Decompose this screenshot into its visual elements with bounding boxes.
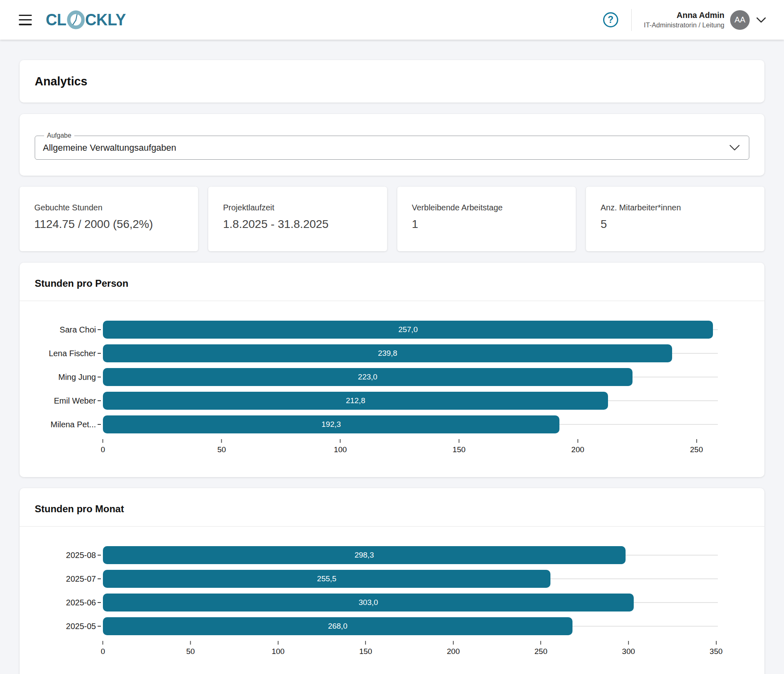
axis-tick-mark bbox=[453, 641, 454, 645]
bar-value-label: 255,5 bbox=[317, 574, 336, 583]
value-bar[interactable]: 303,0 bbox=[103, 594, 634, 612]
chart-title: Stunden pro Monat bbox=[20, 488, 764, 526]
hours-per-month-card: Stunden pro Monat 2025-08298,32025-07255… bbox=[20, 488, 764, 674]
axis-tick-mark bbox=[541, 641, 541, 645]
axis-tick: 50 bbox=[217, 439, 226, 454]
stat-label: Anz. Mitarbeiter*innen bbox=[601, 203, 750, 212]
axis-tick: 200 bbox=[447, 641, 460, 656]
header-divider bbox=[631, 9, 632, 31]
task-select-value: Allgemeine Verwaltungsaufgaben bbox=[43, 143, 729, 153]
filter-card: Aufgabe Allgemeine Verwaltungsaufgaben bbox=[20, 114, 764, 176]
chart-title: Stunden pro Person bbox=[20, 263, 764, 301]
axis-tick-label: 200 bbox=[447, 647, 460, 656]
axis-tick: 0 bbox=[101, 439, 105, 454]
axis-tick-label: 250 bbox=[535, 647, 548, 656]
bar-track: 223,0 bbox=[103, 368, 718, 386]
axis-tick-label: 250 bbox=[690, 445, 703, 454]
category-tick-mark bbox=[98, 602, 101, 603]
chart-row: Lena Fischer239,8 bbox=[20, 344, 718, 362]
stat-value: 1124.75 / 2000 (56,2%) bbox=[34, 218, 183, 231]
chart-row: Emil Weber212,8 bbox=[20, 392, 718, 410]
axis-tick-mark bbox=[696, 439, 697, 443]
axis-tick: 50 bbox=[186, 641, 195, 656]
bar-track: 255,5 bbox=[103, 570, 718, 588]
chart-title-divider bbox=[20, 301, 764, 301]
axis-tick-label: 0 bbox=[101, 647, 105, 656]
bar-track: 303,0 bbox=[103, 594, 718, 612]
user-name: Anna Admin bbox=[644, 11, 724, 20]
value-bar[interactable]: 212,8 bbox=[103, 392, 608, 410]
category-label: Milena Pet... bbox=[20, 420, 96, 429]
axis-tick-label: 200 bbox=[571, 445, 584, 454]
x-axis: 050100150200250300350 bbox=[20, 641, 718, 660]
axis-tick-mark bbox=[365, 641, 366, 645]
stat-card-employee-count: Anz. Mitarbeiter*innen 5 bbox=[586, 187, 764, 251]
bar-value-label: 212,8 bbox=[346, 396, 365, 405]
user-menu[interactable]: Anna Admin IT-Administratorin / Leitung bbox=[644, 11, 724, 29]
category-tick-mark bbox=[98, 400, 101, 401]
axis-tick: 350 bbox=[710, 641, 723, 656]
hours-per-month-chart: 2025-08298,32025-07255,52025-06303,02025… bbox=[20, 546, 718, 674]
axis-tick: 200 bbox=[571, 439, 584, 454]
axis-tick: 100 bbox=[334, 439, 347, 454]
category-label: Ming Jung bbox=[20, 373, 96, 382]
value-bar[interactable]: 298,3 bbox=[103, 546, 626, 564]
chart-row: Sara Choi257,0 bbox=[20, 321, 718, 339]
axis-tick-mark bbox=[190, 641, 191, 645]
value-bar[interactable]: 268,0 bbox=[103, 617, 572, 635]
bar-track: 257,0 bbox=[103, 321, 718, 339]
axis-tick-mark bbox=[102, 641, 103, 645]
category-tick-mark bbox=[98, 353, 101, 354]
stat-card-remaining-workdays: Verbleibende Arbeitstage 1 bbox=[397, 187, 576, 251]
bar-value-label: 268,0 bbox=[328, 622, 347, 631]
axis-tick-mark bbox=[340, 439, 341, 443]
category-tick-mark bbox=[98, 555, 101, 556]
category-label: 2025-06 bbox=[20, 598, 96, 607]
category-label: 2025-07 bbox=[20, 574, 96, 584]
bar-value-label: 239,8 bbox=[378, 349, 397, 358]
main-content: Analytics Aufgabe Allgemeine Verwaltungs… bbox=[0, 40, 784, 674]
header-right: ? Anna Admin IT-Administratorin / Leitun… bbox=[603, 9, 766, 31]
stat-label: Projektlaufzeit bbox=[223, 203, 372, 212]
avatar[interactable]: AA bbox=[730, 10, 750, 30]
value-bar[interactable]: 255,5 bbox=[103, 570, 550, 588]
stat-value: 1.8.2025 - 31.8.2025 bbox=[223, 218, 372, 231]
task-select-label: Aufgabe bbox=[44, 132, 74, 139]
bar-track: 298,3 bbox=[103, 546, 718, 564]
stat-value: 5 bbox=[601, 218, 750, 231]
select-chevron-down-icon bbox=[729, 145, 740, 151]
stat-value: 1 bbox=[412, 218, 561, 231]
menu-icon[interactable] bbox=[18, 13, 34, 27]
axis-tick-label: 150 bbox=[359, 647, 372, 656]
value-bar[interactable]: 192,3 bbox=[103, 415, 559, 433]
axis-tick: 150 bbox=[452, 439, 466, 454]
bar-value-label: 303,0 bbox=[359, 598, 378, 607]
axis-tick-label: 300 bbox=[622, 647, 635, 656]
axis-tick-mark bbox=[716, 641, 717, 645]
help-icon[interactable]: ? bbox=[603, 12, 618, 27]
chart-row: Ming Jung223,0 bbox=[20, 368, 718, 386]
app-header: CL CKLY ? Anna Admin IT-Administratorin … bbox=[0, 0, 784, 40]
bar-value-label: 298,3 bbox=[354, 551, 374, 560]
logo-text-suffix: CKLY bbox=[85, 10, 126, 29]
category-tick-mark bbox=[98, 329, 101, 330]
axis-tick-label: 50 bbox=[217, 445, 226, 454]
axis-tick-label: 50 bbox=[186, 647, 195, 656]
bar-track: 212,8 bbox=[103, 392, 718, 410]
page-title: Analytics bbox=[35, 75, 87, 88]
axis-tick: 300 bbox=[622, 641, 635, 656]
bar-value-label: 257,0 bbox=[398, 325, 418, 334]
chart-row: 2025-08298,3 bbox=[20, 546, 718, 564]
task-select[interactable]: Aufgabe Allgemeine Verwaltungsaufgaben bbox=[35, 136, 749, 160]
app-logo[interactable]: CL CKLY bbox=[46, 10, 126, 29]
chevron-down-icon[interactable] bbox=[756, 17, 766, 23]
axis-tick: 250 bbox=[535, 641, 548, 656]
chart-row: 2025-05268,0 bbox=[20, 617, 718, 635]
value-bar[interactable]: 239,8 bbox=[103, 344, 672, 362]
axis-tick-label: 350 bbox=[710, 647, 723, 656]
value-bar[interactable]: 257,0 bbox=[103, 321, 713, 339]
category-label: 2025-08 bbox=[20, 551, 96, 560]
stat-card-booked-hours: Gebuchte Stunden 1124.75 / 2000 (56,2%) bbox=[20, 187, 198, 251]
bar-track: 268,0 bbox=[103, 617, 718, 635]
value-bar[interactable]: 223,0 bbox=[103, 368, 633, 386]
